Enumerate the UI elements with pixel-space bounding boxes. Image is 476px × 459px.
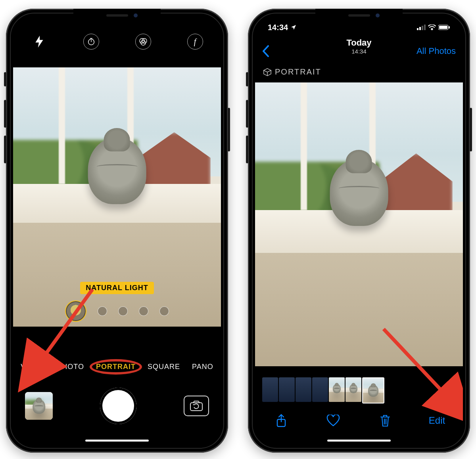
cellular-icon: [417, 25, 426, 30]
thumbnail-item[interactable]: [312, 377, 328, 402]
svg-rect-6: [417, 28, 418, 30]
home-indicator[interactable]: [327, 440, 391, 442]
thumbnail-item[interactable]: [345, 377, 361, 402]
home-indicator[interactable]: [85, 440, 149, 442]
flip-camera-button[interactable]: [184, 396, 209, 416]
svg-rect-7: [419, 27, 421, 30]
thumbnail-strip[interactable]: [262, 377, 456, 402]
filters-button[interactable]: [134, 33, 152, 50]
camera-mode-row[interactable]: VIDEO PHOTO PORTRAIT SQUARE PANO: [13, 363, 221, 371]
svg-rect-8: [422, 26, 423, 30]
phone-frame-camera: f NATURAL LIGHT: [6, 9, 228, 453]
wifi-icon: [428, 25, 436, 30]
portrait-badge-label: PORTRAIT: [275, 67, 321, 76]
thumbnail-item[interactable]: [329, 377, 345, 402]
phone-frame-photos: 14:34 Today 14:34 All Photos: [248, 9, 470, 453]
flash-button[interactable]: [31, 33, 48, 50]
volume-down-button: [246, 136, 248, 163]
volume-up-button: [4, 100, 6, 128]
mute-switch: [246, 72, 248, 86]
svg-rect-11: [439, 26, 447, 29]
lighting-option-3[interactable]: [118, 306, 128, 316]
location-icon: [290, 24, 297, 31]
cube-icon: [263, 68, 272, 76]
svg-rect-12: [449, 26, 450, 29]
mode-portrait-label: PORTRAIT: [96, 363, 136, 371]
photo-viewer[interactable]: [255, 82, 463, 366]
photos-app-screen: 14:34 Today 14:34 All Photos: [255, 16, 463, 446]
mode-square[interactable]: SQUARE: [148, 363, 180, 371]
camera-app-screen: f NATURAL LIGHT: [13, 16, 221, 446]
portrait-lighting-picker[interactable]: NATURAL LIGHT: [13, 282, 221, 322]
svg-rect-9: [424, 25, 426, 30]
shutter-button[interactable]: [100, 388, 136, 424]
all-photos-button[interactable]: All Photos: [416, 46, 456, 56]
camera-top-controls: f: [13, 24, 221, 59]
favorite-button[interactable]: [325, 413, 341, 428]
power-button: [228, 108, 230, 151]
thumbnail-item[interactable]: [296, 377, 311, 402]
power-button: [470, 108, 472, 151]
thumbnail-item[interactable]: [262, 377, 278, 402]
notch: [73, 9, 161, 22]
share-button[interactable]: [273, 413, 289, 428]
mode-portrait[interactable]: PORTRAIT: [96, 363, 136, 371]
volume-up-button: [246, 100, 248, 128]
lighting-option-natural[interactable]: [65, 300, 86, 322]
camera-bottom-controls: [13, 378, 221, 434]
timer-button[interactable]: [83, 33, 100, 50]
status-time: 14:34: [268, 23, 288, 32]
photo-toolbar: Edit: [255, 407, 463, 434]
thumbnail-item-current[interactable]: [362, 377, 384, 404]
volume-down-button: [4, 136, 6, 163]
last-photo-thumbnail[interactable]: [25, 392, 53, 420]
mode-pano[interactable]: PANO: [192, 363, 213, 371]
notch: [315, 9, 403, 22]
edit-button[interactable]: Edit: [429, 413, 445, 428]
thumbnail-item[interactable]: [279, 377, 295, 402]
mode-video[interactable]: VIDEO: [21, 363, 45, 371]
back-button[interactable]: [262, 45, 269, 57]
camera-viewfinder[interactable]: NATURAL LIGHT: [13, 67, 221, 327]
mute-switch: [4, 72, 6, 86]
mode-photo[interactable]: PHOTO: [57, 363, 84, 371]
lighting-option-4[interactable]: [139, 306, 148, 316]
nav-bar: All Photos: [255, 37, 463, 65]
lighting-option-2[interactable]: [98, 306, 107, 316]
battery-icon: [438, 25, 450, 30]
portrait-lighting-label: NATURAL LIGHT: [80, 282, 154, 294]
lighting-option-5[interactable]: [159, 306, 169, 316]
depth-fstop-button[interactable]: f: [186, 33, 204, 50]
status-bar: 14:34: [255, 21, 463, 34]
portrait-badge: PORTRAIT: [263, 67, 321, 76]
delete-button[interactable]: [377, 413, 393, 428]
